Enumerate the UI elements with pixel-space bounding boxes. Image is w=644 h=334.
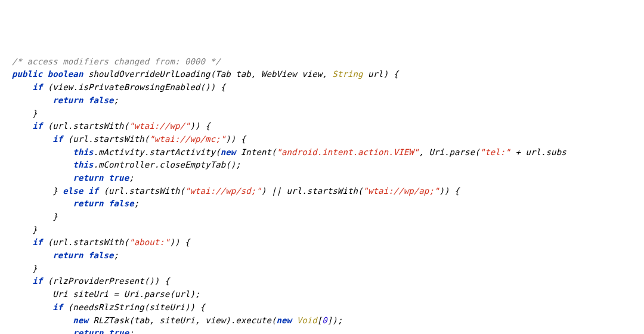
- code-token: }: [12, 186, 63, 196]
- code-token: "tel:": [480, 147, 510, 157]
- code-token: return false: [73, 199, 134, 208]
- code-token: (url.startsWith(: [98, 186, 185, 196]
- code-line: /* access modifiers changed from: 0000 *…: [12, 55, 632, 69]
- code-token: .mActivity.startActivity(: [93, 147, 220, 157]
- code-token: return false: [52, 250, 113, 260]
- code-token: [12, 134, 52, 144]
- code-token: if: [32, 121, 42, 131]
- code-token: ;: [134, 199, 140, 208]
- code-line: Uri siteUri = Uri.parse(url);: [12, 288, 632, 301]
- code-line: if (needsRlzString(siteUri)) {: [12, 301, 632, 314]
- code-token: public: [12, 69, 48, 79]
- code-line: if (url.startsWith("about:")) {: [12, 236, 632, 249]
- code-token: [12, 316, 73, 325]
- code-token: ;: [129, 328, 134, 334]
- code-token: }: [12, 264, 38, 273]
- code-line: if (view.isPrivateBrowsingEnabled()) {: [12, 81, 632, 94]
- code-token: [12, 328, 73, 334]
- code-token: shouldOverrideUrlLoading(Tab tab, WebVie…: [88, 69, 332, 79]
- code-token: /* access modifiers changed from: 0000 *…: [12, 57, 221, 66]
- code-token: ]);: [327, 316, 343, 325]
- code-token: if: [32, 276, 42, 286]
- code-line: return true;: [12, 327, 632, 334]
- code-token: this: [73, 147, 93, 157]
- code-token: 0: [322, 316, 327, 325]
- code-token: (rlzProviderPresent()) {: [42, 276, 169, 286]
- code-line: return false;: [12, 249, 632, 262]
- code-token: RLZTask(tab, siteUri, view).execute(: [88, 316, 277, 325]
- code-token: Void: [297, 316, 317, 325]
- code-token: boolean: [48, 69, 88, 79]
- code-token: "wtai://wp/sd;": [185, 186, 261, 196]
- code-token: url) {: [363, 69, 399, 79]
- code-token: [12, 95, 52, 105]
- code-token: [12, 276, 32, 286]
- code-token: [12, 302, 52, 312]
- code-token: return true: [73, 328, 129, 334]
- code-token: [12, 199, 73, 208]
- code-token: )) {: [439, 186, 459, 196]
- code-line: }: [12, 107, 632, 120]
- code-token: ;: [114, 250, 119, 260]
- code-line: return true;: [12, 172, 632, 185]
- code-token: if: [32, 237, 42, 247]
- code-line: if (url.startsWith("wtai://wp/")) {: [12, 120, 632, 133]
- code-token: (url.startsWith(: [42, 237, 129, 247]
- code-line: return false;: [12, 197, 632, 211]
- code-token: (url.startsWith(: [63, 134, 149, 144]
- code-token: [12, 82, 32, 92]
- code-token: (url.startsWith(: [42, 121, 129, 131]
- code-token: [12, 237, 32, 247]
- code-token: , Uri.parse(: [419, 147, 479, 157]
- code-block: /* access modifiers changed from: 0000 *…: [12, 55, 632, 334]
- code-token: String: [332, 69, 363, 79]
- code-token: if: [32, 82, 42, 92]
- code-token: new: [277, 316, 292, 325]
- code-token: new: [73, 316, 88, 325]
- code-token: ) || url.startsWith(: [261, 186, 363, 196]
- code-token: (needsRlzString(siteUri)) {: [63, 302, 205, 312]
- code-token: [12, 173, 73, 183]
- code-token: "wtai://wp/": [129, 121, 190, 131]
- code-token: "wtai://wp/ap;": [363, 186, 439, 196]
- code-token: new: [221, 147, 236, 157]
- code-line: public boolean shouldOverrideUrlLoading(…: [12, 68, 632, 81]
- code-token: + url.subs: [510, 147, 566, 157]
- code-line: }: [12, 211, 632, 224]
- code-token: )) {: [190, 121, 210, 131]
- code-line: this.mController.closeEmptyTab();: [12, 159, 632, 172]
- code-line: return false;: [12, 94, 632, 107]
- code-line: new RLZTask(tab, siteUri, view).execute(…: [12, 314, 632, 327]
- code-token: return false: [52, 95, 113, 105]
- code-token: ;: [114, 95, 119, 105]
- code-token: this: [73, 160, 93, 169]
- code-token: Uri siteUri = Uri.parse(url);: [12, 289, 200, 299]
- code-line: this.mActivity.startActivity(new Intent(…: [12, 146, 632, 159]
- code-token: "wtai://wp/mc;": [149, 134, 225, 144]
- code-token: }: [12, 109, 38, 118]
- code-token: [12, 250, 52, 260]
- code-token: "about:": [129, 237, 169, 247]
- code-token: "android.intent.action.VIEW": [277, 147, 419, 157]
- code-token: Intent(: [236, 147, 276, 157]
- code-token: if: [52, 302, 63, 312]
- code-line: }: [12, 224, 632, 237]
- code-token: [12, 160, 73, 169]
- code-token: return true: [73, 173, 129, 183]
- code-token: [292, 316, 297, 325]
- code-token: [12, 147, 73, 157]
- code-token: )) {: [169, 237, 190, 247]
- code-token: (view.isPrivateBrowsingEnabled()) {: [42, 82, 225, 92]
- code-line: if (rlzProviderPresent()) {: [12, 275, 632, 288]
- code-token: else if: [63, 186, 98, 196]
- code-token: }: [12, 212, 58, 221]
- code-token: )) {: [225, 134, 246, 144]
- code-token: .mController.closeEmptyTab();: [93, 160, 240, 169]
- code-token: ;: [129, 173, 134, 183]
- code-token: [12, 121, 32, 131]
- code-line: }: [12, 262, 632, 276]
- code-token: if: [52, 134, 63, 144]
- code-token: }: [12, 225, 38, 234]
- code-line: if (url.startsWith("wtai://wp/mc;")) {: [12, 133, 632, 146]
- code-line: } else if (url.startsWith("wtai://wp/sd;…: [12, 185, 632, 198]
